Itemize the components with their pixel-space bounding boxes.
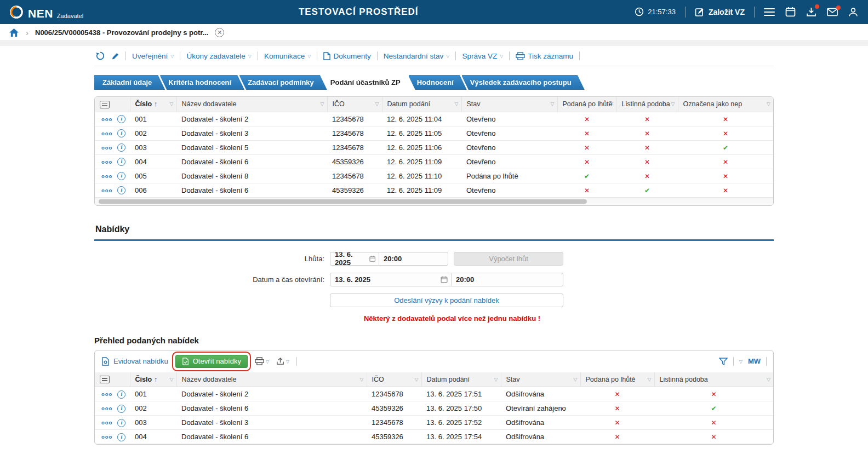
row-menu-icon[interactable]: ooo <box>101 187 112 193</box>
row-menu-icon[interactable]: ooo <box>101 434 112 440</box>
info-icon[interactable]: i <box>117 115 125 123</box>
tab-hodnoceni[interactable]: Hodnocení <box>409 75 467 90</box>
column-header[interactable]: Stav▽ <box>461 97 557 112</box>
column-header[interactable]: Podaná po lhůtě▽ <box>580 372 654 387</box>
user-profile-button[interactable] <box>847 6 859 18</box>
close-record-button[interactable]: ✕ <box>215 28 224 37</box>
open-offers-button[interactable]: Otevřít nabídky <box>175 355 248 368</box>
horizontal-scrollbar[interactable] <box>95 198 773 205</box>
home-button[interactable] <box>9 28 19 37</box>
filter-icon[interactable]: ▽ <box>767 376 770 382</box>
column-header[interactable]: Podaná po lhůtě▽ <box>557 97 616 112</box>
filter-icon[interactable]: ▽ <box>455 101 459 107</box>
column-header[interactable]: Označena jako nep▽ <box>678 97 773 112</box>
messages-button[interactable] <box>826 7 839 18</box>
table-row[interactable]: oooi001Dodavatel - školení 21234567813. … <box>95 387 773 401</box>
info-icon[interactable]: i <box>117 433 125 441</box>
menu-tisk-zaznamu[interactable]: Tisk záznamu <box>516 52 573 60</box>
filter-icon[interactable]: ▽ <box>375 101 379 107</box>
breadcrumb-item[interactable]: N006/25/V00005438 - Provozování prodejny… <box>35 28 208 37</box>
register-offer-button[interactable]: Evidovat nabídku <box>101 357 168 366</box>
menu-komunikace[interactable]: Komunikace ▽ <box>264 52 311 60</box>
tab-zakladni-udaje[interactable]: Základní údaje <box>94 75 165 90</box>
table-row[interactable]: oooi003Dodavatel - školení 31234567813. … <box>95 416 773 430</box>
menu-dokumenty[interactable]: Dokumenty <box>323 52 370 60</box>
column-header[interactable]: IČO▽ <box>367 372 421 387</box>
tab-kriteria-hodnoceni[interactable]: Kritéria hodnocení <box>160 75 244 90</box>
table-row[interactable]: oooi006Dodavatel - školení 64535932612. … <box>95 183 773 197</box>
tab-vysledek-zadavaciho-postupu[interactable]: Výsledek zadávacího postupu <box>462 75 585 90</box>
opening-date-value[interactable]: 13. 6. 2025 <box>335 275 370 284</box>
deadline-field[interactable]: 13. 6. 2025 20:00 <box>330 252 448 266</box>
filter-icon[interactable]: ▽ <box>671 101 675 107</box>
table-row[interactable]: oooi002Dodavatel - školení 64535932613. … <box>95 401 773 416</box>
column-header[interactable]: Číslo↑▽ <box>130 97 176 112</box>
calendar-button[interactable] <box>784 5 797 18</box>
deadline-date-value[interactable]: 13. 6. 2025 <box>335 252 366 266</box>
main-menu-button[interactable] <box>763 5 776 19</box>
tab-zadavaci-podminky[interactable]: Zadávací podmínky <box>239 75 327 90</box>
user-initials[interactable]: MW <box>748 357 761 365</box>
row-menu-icon[interactable]: ooo <box>101 392 112 398</box>
column-header[interactable]: Název dodavatele▽ <box>176 97 327 112</box>
info-icon[interactable]: i <box>117 419 125 427</box>
info-icon[interactable]: i <box>117 405 125 413</box>
filter-icon[interactable]: ▽ <box>551 101 555 107</box>
tab-podani-ucastniku-zp[interactable]: Podání účastníků ZP <box>322 75 414 90</box>
table-row[interactable]: oooi003Dodavatel - školení 51234567812. … <box>95 140 773 154</box>
filter-icon[interactable]: ▽ <box>415 376 419 382</box>
info-icon[interactable]: i <box>117 390 125 399</box>
downloads-button[interactable] <box>805 5 818 18</box>
calendar-picker-icon[interactable] <box>441 276 448 283</box>
export-button[interactable]: ▽ <box>276 357 289 365</box>
menu-nestandardni-stav[interactable]: Nestandardní stav ▽ <box>384 52 450 60</box>
column-header[interactable]: Listinná podoba▽ <box>616 97 678 112</box>
history-button[interactable] <box>95 51 105 61</box>
menu-sprava-vz[interactable]: Správa VZ ▽ <box>462 52 503 60</box>
row-menu-icon[interactable]: ooo <box>101 173 112 179</box>
filter-icon[interactable]: ▽ <box>767 101 770 107</box>
row-menu-icon[interactable]: ooo <box>101 130 112 136</box>
create-vz-button[interactable]: Založit VZ <box>694 6 746 18</box>
info-icon[interactable]: i <box>117 186 125 194</box>
table-row[interactable]: oooi004Dodavatel - školení 64535932612. … <box>95 154 773 169</box>
menu-ukony-zadavatele[interactable]: Úkony zadavatele ▽ <box>186 52 251 60</box>
row-menu-icon[interactable]: ooo <box>101 159 112 165</box>
filter-icon[interactable]: ▽ <box>170 101 174 107</box>
table-row[interactable]: oooi002Dodavatel - školení 31234567812. … <box>95 126 773 140</box>
opening-time-value[interactable]: 20:00 <box>451 273 563 286</box>
filter-icon[interactable]: ▽ <box>648 376 652 382</box>
row-menu-icon[interactable]: ooo <box>101 406 112 412</box>
column-header[interactable]: Listinná podoba▽ <box>654 372 773 387</box>
column-header[interactable]: Datum podání▽ <box>421 372 501 387</box>
column-header[interactable]: Číslo↑▽ <box>130 372 176 387</box>
filter-icon[interactable]: ▽ <box>610 101 614 107</box>
column-header[interactable]: IČO▽ <box>327 97 382 112</box>
calc-deadlines-button[interactable]: Výpočet lhůt <box>454 252 563 266</box>
column-header[interactable]: Datum podání▽ <box>382 97 461 112</box>
filter-icon[interactable]: ▽ <box>321 101 324 107</box>
filter-icon[interactable]: ▽ <box>574 376 578 382</box>
column-header[interactable]: Stav▽ <box>501 372 580 387</box>
print-button[interactable]: ▽ <box>255 357 269 365</box>
deadline-time-value[interactable]: 20:00 <box>379 252 448 265</box>
info-icon[interactable]: i <box>117 172 125 180</box>
filter-icon[interactable]: ▽ <box>170 376 174 382</box>
table-row[interactable]: oooi005Dodavatel - školení 81234567812. … <box>95 169 773 183</box>
row-menu-icon[interactable]: ooo <box>101 116 112 122</box>
filter-icon[interactable]: ▽ <box>494 376 498 382</box>
info-icon[interactable]: i <box>117 129 125 137</box>
app-logo[interactable]: NEN Zadavatel <box>9 4 83 20</box>
scrollbar-thumb[interactable] <box>99 199 587 204</box>
filter-icon[interactable]: ▽ <box>360 376 364 382</box>
column-settings-icon[interactable] <box>100 376 110 383</box>
calendar-picker-icon[interactable] <box>369 255 375 262</box>
table-row[interactable]: oooi001Dodavatel - školení 21234567812. … <box>95 112 773 126</box>
send-invite-button[interactable]: Odeslání výzvy k podání nabídek <box>330 294 563 307</box>
column-header[interactable]: Název dodavatele▽ <box>176 372 367 387</box>
filter-button[interactable] <box>719 358 728 365</box>
opening-field[interactable]: 13. 6. 2025 20:00 <box>330 273 563 286</box>
info-icon[interactable]: i <box>117 143 125 152</box>
menu-uverejneni[interactable]: Uveřejnění ▽ <box>132 52 174 60</box>
info-icon[interactable]: i <box>117 158 125 166</box>
